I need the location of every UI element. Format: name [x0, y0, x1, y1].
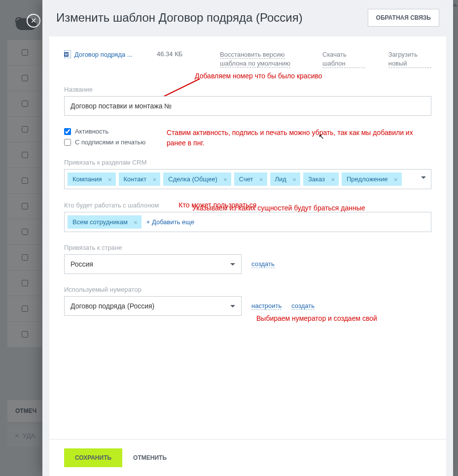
signature-checkbox-row[interactable]: С подписями и печатью: [64, 138, 153, 146]
template-name-input[interactable]: [64, 96, 431, 116]
remove-tag-icon[interactable]: ×: [134, 218, 138, 226]
feedback-button[interactable]: ОБРАТНАЯ СВЯЗЬ: [368, 9, 439, 27]
remove-tag-icon[interactable]: ×: [394, 175, 398, 183]
slide-panel: Изменить шаблон Договор подряда (Россия)…: [42, 0, 453, 476]
crm-tag-label: Предложение: [347, 175, 388, 183]
crm-label: Привязать к разделам CRM: [64, 159, 431, 166]
crm-tag-label: Счет: [239, 175, 253, 183]
annotation-text: Добавляем номер что бы было красиво: [195, 72, 322, 80]
crm-tag[interactable]: Счет×: [234, 172, 267, 186]
panel-body: W Договор подряда ... 46.34 КБ Восстанов…: [49, 36, 446, 439]
close-icon: ✕: [31, 16, 37, 25]
country-select[interactable]: Россия: [64, 254, 242, 274]
template-file-link[interactable]: W Договор подряда ...: [64, 50, 143, 58]
name-label: Название: [64, 86, 431, 93]
file-info-row: W Договор подряда ... 46.34 КБ Восстанов…: [64, 50, 431, 68]
crm-tag-label: Контакт: [124, 175, 147, 183]
numerator-label: Используемый нумератор: [64, 286, 431, 293]
template-file-size: 46.34 КБ: [157, 50, 206, 58]
add-more-link[interactable]: + Добавить еще: [144, 215, 196, 229]
panel-footer: СОХРАНИТЬ ОТМЕНИТЬ: [49, 439, 446, 476]
remove-tag-icon[interactable]: ×: [259, 175, 263, 183]
panel-header: Изменить шаблон Договор подряда (Россия)…: [42, 0, 453, 36]
numerator-configure-link[interactable]: настроить: [251, 302, 282, 310]
annotation-text: Кто может пользоваться: [178, 201, 256, 209]
remove-tag-icon[interactable]: ×: [153, 175, 157, 183]
annotation-text: Ставим активность, подпись и печать можн…: [167, 128, 431, 148]
country-select-value: Россия: [70, 260, 93, 268]
crm-tag[interactable]: Компания×: [68, 172, 116, 186]
template-file-name: Договор подряда ...: [74, 51, 133, 58]
crm-tag[interactable]: Заказ×: [303, 172, 339, 186]
signature-checkbox-label: С подписями и печатью: [75, 138, 145, 146]
crm-tag[interactable]: Контакт×: [119, 172, 161, 186]
panel-title: Изменить шаблон Договор подряда (Россия): [56, 11, 303, 25]
chevron-down-icon: [230, 263, 235, 266]
user-tag[interactable]: Всем сотрудникам ×: [68, 215, 141, 229]
crm-tag[interactable]: Лид×: [270, 172, 300, 186]
file-actions: Восстановить версию шаблона по умолчанию…: [220, 50, 431, 68]
country-label: Привязать к стране: [64, 244, 431, 251]
numerator-select-value: Договор подряда (Россия): [70, 302, 154, 310]
country-create-link[interactable]: создать: [251, 260, 275, 268]
user-tag-label: Всем сотрудникам: [72, 218, 128, 226]
remove-tag-icon[interactable]: ×: [108, 175, 112, 183]
numerator-create-link[interactable]: создать: [291, 302, 315, 310]
numerator-select[interactable]: Договор подряда (Россия): [64, 296, 242, 316]
users-label: Кто будет работать с шаблоном: [64, 202, 159, 209]
active-checkbox-label: Активность: [75, 128, 108, 135]
name-group: Название: [64, 86, 431, 116]
checkbox-group: Активность С подписями и печатью: [64, 128, 153, 146]
chevron-down-icon[interactable]: [421, 176, 426, 179]
active-checkbox-row[interactable]: Активность: [64, 128, 153, 135]
upload-new-link[interactable]: Загрузить новый: [388, 50, 431, 68]
users-tags-input[interactable]: Всем сотрудникам × + Добавить еще: [64, 212, 431, 232]
crm-tags-input[interactable]: Компания×Контакт×Сделка (Общее)×Счет×Лид…: [64, 169, 431, 189]
users-group: Кто будет работать с шаблоном Кто может …: [64, 201, 431, 232]
country-group: Привязать к стране Россия создать: [64, 244, 431, 274]
signature-checkbox[interactable]: [64, 139, 71, 146]
remove-tag-icon[interactable]: ×: [331, 175, 335, 183]
crm-tag[interactable]: Сделка (Общее)×: [163, 172, 231, 186]
download-template-link[interactable]: Скачать шаблон: [322, 50, 365, 68]
close-panel-button[interactable]: ✕: [27, 14, 40, 28]
remove-tag-icon[interactable]: ×: [223, 175, 227, 183]
crm-tag-label: Лид: [275, 175, 286, 183]
chevron-down-icon: [230, 305, 235, 307]
svg-text:W: W: [65, 53, 68, 56]
save-button[interactable]: СОХРАНИТЬ: [64, 448, 122, 467]
crm-tag-label: Компания: [72, 175, 102, 183]
crm-tag-label: Сделка (Общее): [168, 175, 217, 183]
remove-tag-icon[interactable]: ×: [292, 175, 296, 183]
crm-tag[interactable]: Предложение×: [342, 172, 402, 186]
crm-group: Привязать к разделам CRM Компания×Контак…: [64, 159, 431, 189]
numerator-group: Используемый нумератор Договор подряда (…: [64, 286, 431, 316]
crm-tag-label: Заказ: [308, 175, 325, 183]
word-doc-icon: W: [64, 50, 71, 58]
active-checkbox[interactable]: [64, 128, 71, 135]
cancel-button[interactable]: ОТМЕНИТЬ: [133, 454, 167, 461]
restore-default-link[interactable]: Восстановить версию шаблона по умолчанию: [220, 51, 290, 68]
